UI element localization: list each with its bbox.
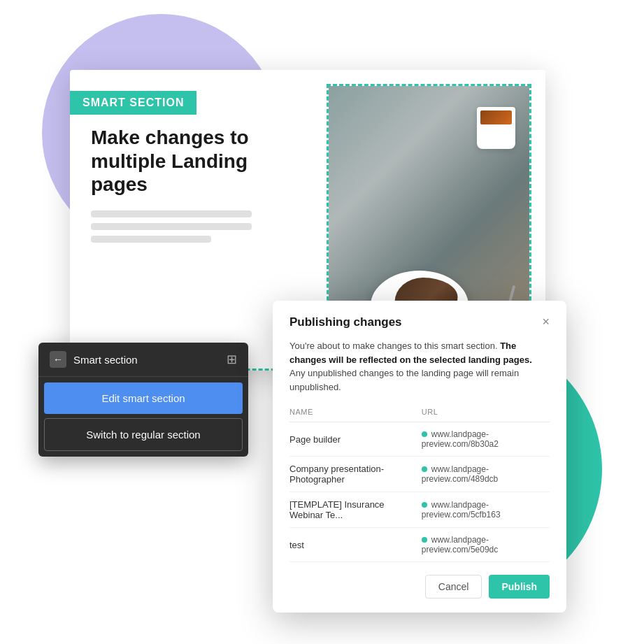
dialog-actions: Cancel Publish xyxy=(289,575,550,599)
table-cell-url: www.landpage-preview.com/8b30a2 xyxy=(415,422,550,457)
grid-icon[interactable]: ⊞ xyxy=(227,352,237,367)
status-dot xyxy=(422,502,427,508)
table-cell-url: www.landpage-preview.com/489dcb xyxy=(415,457,550,492)
table-row: test www.landpage-preview.com/5e09dc xyxy=(289,528,550,562)
dialog-desc-suffix: Any unpublished changes to the landing p… xyxy=(289,368,519,392)
text-line-3 xyxy=(91,236,211,243)
table-row: Company presentation-Photographer www.la… xyxy=(289,457,550,492)
context-menu-back-group: ← Smart section xyxy=(50,351,138,368)
context-menu-items: Edit smart section Switch to regular sec… xyxy=(38,377,248,457)
dialog-close-button[interactable]: × xyxy=(542,315,550,329)
col-header-name: Name xyxy=(289,405,415,422)
scene: SMART SECTION Make changes to multiple L… xyxy=(0,0,644,644)
table-cell-url: www.landpage-preview.com/5cfb163 xyxy=(415,492,550,528)
table-cell-name: Page builder xyxy=(289,422,415,457)
dialog-header: Publishing changes × xyxy=(289,315,550,329)
table-row: [TEMPLATE] Insurance Webinar Te... www.l… xyxy=(289,492,550,528)
publishing-table: Name URL Page builder www.landpage-previ… xyxy=(289,405,550,562)
table-cell-name: [TEMPLATE] Insurance Webinar Te... xyxy=(289,492,415,528)
table-cell-url: www.landpage-preview.com/5e09dc xyxy=(415,528,550,562)
smart-section-badge: SMART SECTION xyxy=(70,91,196,115)
context-menu-title: Smart section xyxy=(73,354,138,366)
dialog-title: Publishing changes xyxy=(289,315,402,329)
landing-text-lines xyxy=(91,210,292,243)
cancel-button[interactable]: Cancel xyxy=(425,575,482,599)
back-arrow-button[interactable]: ← xyxy=(50,351,66,368)
status-dot xyxy=(422,537,427,543)
dialog-desc-prefix: You're about to make changes to this sma… xyxy=(289,341,500,351)
col-header-url: URL xyxy=(415,405,550,422)
status-dot xyxy=(422,431,427,437)
dialog-description: You're about to make changes to this sma… xyxy=(289,339,550,394)
landing-title: Make changes to multiple Landing pages xyxy=(91,126,292,196)
context-menu: ← Smart section ⊞ Edit smart section Swi… xyxy=(38,343,248,457)
table-row: Page builder www.landpage-preview.com/8b… xyxy=(289,422,550,457)
status-dot xyxy=(422,466,427,472)
table-cell-name: test xyxy=(289,528,415,562)
switch-to-regular-section-button[interactable]: Switch to regular section xyxy=(44,418,243,451)
publish-button[interactable]: Publish xyxy=(489,575,550,599)
text-line-2 xyxy=(91,223,252,230)
edit-smart-section-button[interactable]: Edit smart section xyxy=(44,382,243,414)
text-line-1 xyxy=(91,210,252,217)
publishing-dialog: Publishing changes × You're about to mak… xyxy=(273,301,566,613)
food-cup xyxy=(477,107,515,149)
table-cell-name: Company presentation-Photographer xyxy=(289,457,415,492)
context-menu-header: ← Smart section ⊞ xyxy=(38,343,248,377)
